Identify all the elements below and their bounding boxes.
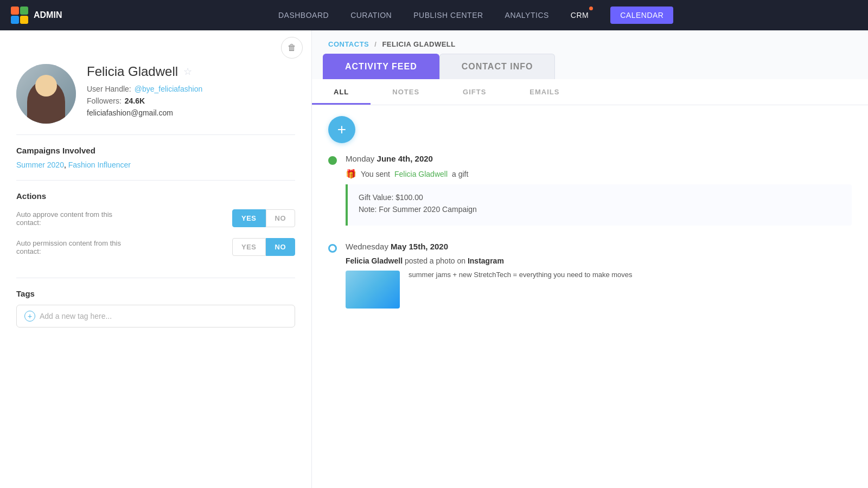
gift-value-field: Gift Value: $100.00: [359, 193, 841, 202]
feed-date-2: Wednesday May 15th, 2020: [346, 242, 633, 251]
action-text-before-1: You sent: [361, 170, 390, 178]
campaign-separator: ,: [64, 160, 68, 169]
date-value-1: June 4th, 2020: [377, 154, 433, 163]
actions-title: Actions: [16, 191, 295, 201]
feed-dot-blue: [328, 244, 337, 253]
feed-content: + Monday June 4th, 2020 🎁 You sent Felic…: [312, 105, 868, 488]
tags-section: Tags + Add a new tag here...: [0, 289, 311, 328]
sub-tab-bar: ALL NOTES GIFTS EMAILS: [312, 79, 868, 105]
date-prefix-2: Wednesday: [346, 242, 391, 251]
avatar-image: [16, 64, 76, 124]
delete-contact-button[interactable]: 🗑: [281, 37, 303, 59]
main-content: 🗑 Felicia Gladwell ☆ User Handle: @bye_f…: [0, 30, 868, 488]
date-value-2: May 15th, 2020: [391, 242, 448, 251]
add-activity-button[interactable]: +: [328, 116, 355, 143]
gift-card: Gift Value: $100.00 Note: For Summer 202…: [346, 184, 852, 226]
tags-placeholder: Add a new tag here...: [40, 312, 112, 320]
profile-email: feliciafashion@gmail.com: [87, 108, 295, 117]
campaign-summer-2020[interactable]: Summer 2020: [16, 160, 64, 169]
feed-action-2: Felicia Gladwell posted a photo on Insta…: [346, 256, 633, 265]
feed-item-1-content: Monday June 4th, 2020 🎁 You sent Felicia…: [346, 154, 852, 226]
nav-links: DASHBOARD CURATION PUBLISH CENTER ANALYT…: [94, 7, 857, 24]
gift-note-field: Note: For Summer 2020 Campaign: [359, 205, 841, 214]
auto-approve-toggle: YES NO: [232, 209, 295, 227]
logo-icon: [11, 7, 28, 24]
instagram-caption: summer jams + new StretchTech = everythi…: [409, 271, 633, 279]
campaign-fashion-influencer[interactable]: Fashion Influencer: [68, 160, 131, 169]
subtab-emails[interactable]: EMAILS: [508, 79, 581, 105]
tab-activity-feed[interactable]: ACTIVITY FEED: [323, 54, 439, 79]
auto-permission-yes-button[interactable]: YES: [232, 238, 266, 256]
handle-label: User Handle:: [87, 85, 131, 93]
note-value: For Summer 2020 Campaign: [379, 205, 477, 214]
breadcrumb-current: FELICIA GLADWELL: [382, 40, 455, 48]
instagram-preview: summer jams + new StretchTech = everythi…: [346, 271, 633, 309]
breadcrumb-separator: /: [374, 40, 376, 48]
gift-value-label: Gift Value:: [359, 193, 393, 202]
date-prefix-1: Monday: [346, 154, 377, 163]
action-name-link-1[interactable]: Felicia Gladwell: [394, 170, 448, 178]
note-label: Note:: [359, 205, 376, 214]
avatar: [16, 64, 76, 124]
nav-calendar[interactable]: CALENDAR: [610, 7, 673, 24]
tags-input-container[interactable]: + Add a new tag here...: [16, 305, 295, 328]
nav-dashboard[interactable]: DASHBOARD: [278, 8, 329, 23]
sidebar-top-bar: 🗑: [0, 30, 311, 59]
profile-info: Felicia Gladwell ☆ User Handle: @bye_fel…: [87, 64, 295, 117]
divider-1: [16, 134, 295, 135]
campaign-links: Summer 2020, Fashion Influencer: [0, 160, 311, 180]
feed-date-1: Monday June 4th, 2020: [346, 154, 852, 163]
feed-dot-green: [328, 156, 337, 165]
app-logo[interactable]: ADMIN: [11, 7, 62, 24]
profile-name: Felicia Gladwell: [87, 64, 178, 79]
contact-sidebar: 🗑 Felicia Gladwell ☆ User Handle: @bye_f…: [0, 30, 312, 488]
platform-label: Instagram: [468, 256, 504, 265]
auto-permission-label: Auto permission content from this contac…: [16, 239, 125, 255]
profile-section: Felicia Gladwell ☆ User Handle: @bye_fel…: [0, 59, 311, 134]
gift-value-amount: $100.00: [395, 193, 423, 202]
trash-icon: 🗑: [288, 43, 296, 53]
profile-followers: Followers: 24.6K: [87, 97, 295, 105]
feed-item-gift: Monday June 4th, 2020 🎁 You sent Felicia…: [328, 154, 852, 226]
auto-permission-no-button[interactable]: NO: [266, 238, 296, 256]
top-nav: ADMIN DASHBOARD CURATION PUBLISH CENTER …: [0, 0, 868, 30]
breadcrumb-contacts[interactable]: CONTACTS: [328, 40, 369, 48]
campaigns-section: Campaigns Involved Summer 2020, Fashion …: [0, 146, 311, 180]
breadcrumb: CONTACTS / FELICIA GLADWELL: [312, 30, 868, 54]
feed-item-2-content: Wednesday May 15th, 2020 Felicia Gladwel…: [346, 242, 633, 309]
main-tab-bar: ACTIVITY FEED CONTACT INFO: [312, 54, 868, 79]
auto-approve-label: Auto approve content from this contact:: [16, 210, 125, 227]
followers-label: Followers:: [87, 97, 122, 105]
divider-2: [16, 180, 295, 181]
gift-icon: 🎁: [346, 169, 356, 179]
subtab-notes[interactable]: NOTES: [371, 79, 441, 105]
add-tag-icon: +: [24, 311, 35, 322]
nav-crm[interactable]: CRM: [571, 8, 589, 23]
handle-value[interactable]: @bye_feliciafashion: [135, 85, 203, 93]
feed-item-instagram: Wednesday May 15th, 2020 Felicia Gladwel…: [328, 242, 852, 309]
right-panel: CONTACTS / FELICIA GLADWELL ACTIVITY FEE…: [312, 30, 868, 488]
action-text-after-1: a gift: [452, 170, 468, 178]
feed-action-1: 🎁 You sent Felicia Gladwell a gift: [346, 169, 852, 179]
app-title: ADMIN: [34, 10, 62, 20]
auto-approve-no-button[interactable]: NO: [266, 209, 296, 227]
auto-permission-toggle: YES NO: [232, 238, 295, 256]
action-middle-text: posted a photo on: [403, 256, 468, 265]
actions-section: Actions Auto approve content from this c…: [0, 191, 311, 278]
tab-contact-info[interactable]: CONTACT INFO: [439, 54, 556, 79]
favorite-star-icon[interactable]: ☆: [183, 66, 192, 78]
tags-title: Tags: [16, 289, 295, 298]
auto-approve-yes-button[interactable]: YES: [232, 209, 266, 227]
profile-handle: User Handle: @bye_feliciafashion: [87, 85, 295, 93]
campaigns-title: Campaigns Involved: [0, 146, 311, 160]
nav-analytics[interactable]: ANALYTICS: [505, 8, 549, 23]
divider-3: [16, 278, 295, 278]
followers-count: 24.6K: [125, 97, 145, 105]
instagram-thumbnail: [346, 271, 400, 309]
subtab-gifts[interactable]: GIFTS: [441, 79, 508, 105]
nav-curation[interactable]: CURATION: [350, 8, 392, 23]
nav-publish-center[interactable]: PUBLISH CENTER: [413, 8, 483, 23]
subtab-all[interactable]: ALL: [312, 79, 371, 105]
feed-actor: Felicia Gladwell: [346, 256, 403, 265]
auto-approve-row: Auto approve content from this contact: …: [16, 209, 295, 227]
